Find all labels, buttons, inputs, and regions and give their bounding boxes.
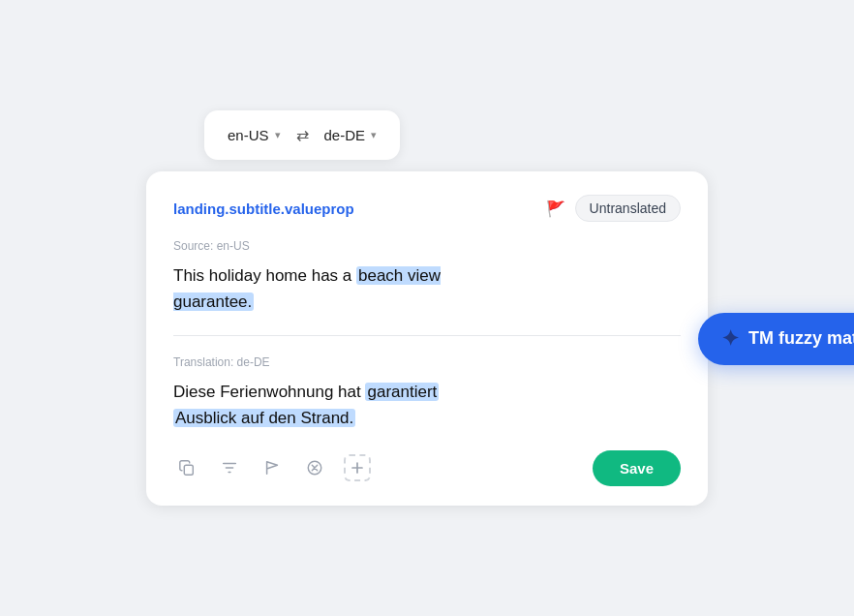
copy-icon[interactable] — [173, 454, 200, 481]
main-container: en-US ▾ ⇄ de-DE ▾ landing.subtitle.value… — [146, 110, 708, 506]
status-badge[interactable]: Untranslated — [575, 195, 681, 222]
sparkle-icon: ✦ — [721, 326, 739, 352]
language-selector-card: en-US ▾ ⇄ de-DE ▾ — [204, 110, 400, 160]
translation-highlight-2: Ausblick auf den Strand. — [173, 409, 355, 427]
clear-icon[interactable] — [301, 454, 328, 481]
source-language-selector[interactable]: en-US ▾ — [228, 127, 281, 143]
flag-toolbar-icon[interactable] — [259, 454, 286, 481]
save-button[interactable]: Save — [593, 450, 681, 486]
source-language-chevron-icon: ▾ — [275, 129, 281, 141]
swap-languages-icon[interactable]: ⇄ — [296, 126, 309, 144]
flag-icon[interactable]: 🚩 — [546, 200, 565, 218]
translation-label: Translation: de-DE — [173, 355, 681, 369]
section-divider — [173, 335, 681, 336]
tm-badge-label: TM fuzzy match — [748, 328, 854, 349]
target-language-chevron-icon: ▾ — [371, 129, 377, 141]
translation-card: landing.subtitle.valueprop 🚩 Untranslate… — [146, 171, 708, 506]
source-text: This holiday home has a beach viewguaran… — [173, 262, 681, 315]
tm-fuzzy-match-badge[interactable]: ✦ TM fuzzy match — [698, 313, 854, 365]
translation-text-plain: Diese Ferienwohnung hat — [173, 383, 365, 401]
svg-rect-0 — [184, 466, 193, 476]
toolbar: Save — [173, 450, 681, 486]
source-label: Source: en-US — [173, 239, 681, 253]
translation-key: landing.subtitle.valueprop — [173, 200, 536, 217]
source-text-plain: This holiday home has a — [173, 266, 356, 285]
translation-highlight-1: garantiert — [365, 383, 439, 401]
translation-text: Diese Ferienwohnung hat garantiertAusbli… — [173, 379, 681, 431]
source-language-label: en-US — [228, 127, 269, 143]
card-header: landing.subtitle.valueprop 🚩 Untranslate… — [173, 195, 681, 222]
add-icon[interactable] — [344, 454, 371, 481]
filter-icon[interactable] — [216, 454, 243, 481]
target-language-selector[interactable]: de-DE ▾ — [324, 127, 378, 143]
target-language-label: de-DE — [324, 127, 366, 143]
